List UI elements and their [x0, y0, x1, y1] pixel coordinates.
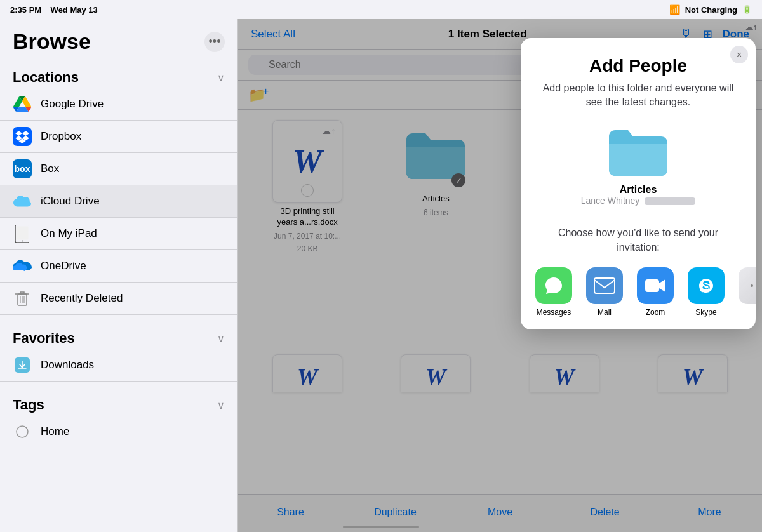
- sidebar-item-home[interactable]: Home: [0, 416, 237, 448]
- app-zoom[interactable]: Zoom: [632, 267, 678, 317]
- tags-title: Tags: [13, 397, 44, 413]
- svg-point-10: [17, 426, 28, 437]
- google-drive-label: Google Drive: [41, 98, 104, 110]
- status-right: 📶 Not Charging 🔋: [669, 4, 752, 15]
- sidebar: Browse ••• Locations ∨ Google Drive Drop…: [0, 19, 238, 532]
- home-tag-icon: [13, 422, 32, 441]
- owner-name: Lance Whitney: [581, 196, 640, 206]
- downloads-label: Downloads: [41, 359, 94, 371]
- icloud-drive-label: iCloud Drive: [41, 195, 100, 208]
- modal-folder-owner: Lance Whitney: [581, 196, 696, 206]
- svg-rect-11: [594, 278, 615, 293]
- modal-folder-name: Articles: [620, 184, 657, 196]
- sidebar-item-downloads[interactable]: Downloads: [0, 349, 237, 382]
- sidebar-item-google-drive[interactable]: Google Drive: [0, 88, 237, 121]
- locations-section-header: Locations ∨: [0, 59, 237, 88]
- svg-rect-1: [17, 227, 29, 240]
- sidebar-item-recently-deleted[interactable]: Recently Deleted: [0, 283, 237, 315]
- modal-close-button[interactable]: ×: [730, 46, 748, 63]
- dropbox-icon: [13, 127, 32, 146]
- dropbox-label: Dropbox: [41, 130, 81, 143]
- messages-label: Messages: [537, 308, 572, 317]
- messages-icon: [535, 267, 572, 304]
- mail-label: Mail: [598, 308, 612, 317]
- status-bar: 2:35 PM Wed May 13 📶 Not Charging 🔋: [0, 0, 762, 19]
- google-drive-icon: [13, 95, 32, 114]
- sidebar-item-on-my-ipad[interactable]: On My iPad: [0, 218, 237, 250]
- onedrive-icon: [13, 256, 32, 276]
- date-display: Wed May 13: [51, 5, 98, 15]
- wifi-icon: 📶: [669, 4, 680, 15]
- more-apps-icon: [739, 267, 756, 304]
- locations-title: Locations: [13, 69, 79, 86]
- app-mail[interactable]: Mail: [582, 267, 627, 317]
- modal-title: Add People: [521, 38, 756, 81]
- recently-deleted-label: Recently Deleted: [41, 292, 123, 305]
- downloads-icon: [13, 356, 32, 375]
- svg-point-13: [751, 284, 753, 287]
- trash-icon: [13, 289, 32, 308]
- home-label: Home: [41, 425, 69, 438]
- tags-section-header: Tags ∨: [0, 387, 237, 416]
- modal-folder-icon: [606, 125, 670, 179]
- box-label: Box: [41, 163, 59, 175]
- favorites-section-header: Favorites ∨: [0, 320, 237, 349]
- favorites-chevron[interactable]: ∨: [217, 333, 225, 345]
- on-my-ipad-label: On My iPad: [41, 227, 97, 240]
- svg-rect-12: [645, 279, 659, 292]
- sidebar-item-box[interactable]: box Box: [0, 153, 237, 185]
- modal-send-title: Choose how you'd like to send your invit…: [521, 216, 756, 262]
- sidebar-item-onedrive[interactable]: OneDrive: [0, 250, 237, 283]
- charging-status: Not Charging: [685, 5, 737, 15]
- box-icon: box: [13, 159, 32, 178]
- sidebar-title: Browse: [13, 29, 91, 54]
- app-messages[interactable]: Messages: [531, 267, 577, 317]
- modal-folder-preview: Articles Lance Whitney: [521, 120, 756, 216]
- skype-label: Skype: [695, 308, 716, 317]
- app-more-partial[interactable]: [734, 267, 756, 317]
- zoom-label: Zoom: [646, 308, 665, 317]
- ipad-icon: [13, 224, 32, 243]
- tags-chevron[interactable]: ∨: [217, 399, 225, 411]
- locations-chevron[interactable]: ∨: [217, 72, 225, 84]
- icloud-icon: [13, 192, 32, 211]
- onedrive-label: OneDrive: [41, 260, 86, 272]
- skype-icon: [688, 267, 725, 304]
- modal-apps-list: Messages Mail Zoom: [521, 262, 756, 329]
- mail-icon: [586, 267, 623, 304]
- battery-icon: 🔋: [742, 5, 752, 14]
- add-people-modal: × Add People Add people to this folder a…: [521, 38, 756, 329]
- sidebar-header: Browse •••: [0, 19, 237, 59]
- zoom-icon: [637, 267, 674, 304]
- options-button[interactable]: •••: [204, 32, 225, 52]
- sidebar-item-icloud-drive[interactable]: iCloud Drive: [0, 185, 237, 218]
- time-display: 2:35 PM: [10, 5, 41, 15]
- owner-email-blurred: [645, 197, 695, 205]
- status-time: 2:35 PM Wed May 13: [10, 5, 98, 15]
- modal-description: Add people to this folder and everyone w…: [521, 81, 756, 120]
- app-skype[interactable]: Skype: [683, 267, 729, 317]
- sidebar-item-dropbox[interactable]: Dropbox: [0, 121, 237, 153]
- favorites-title: Favorites: [13, 330, 75, 347]
- svg-point-2: [22, 241, 23, 242]
